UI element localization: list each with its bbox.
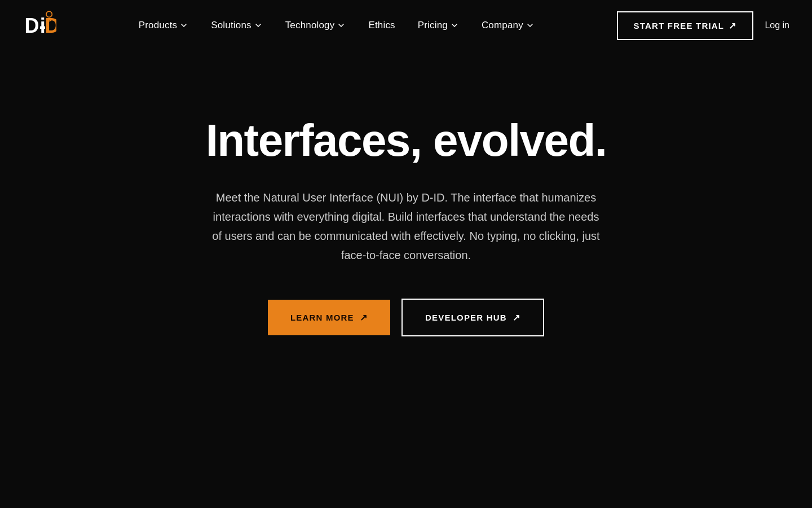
hero-title: Interfaces, evolved. [206,116,607,165]
arrow-diagonal-icon: ↗ [360,312,368,323]
chevron-down-icon [337,21,346,30]
nav-links: Products Solutions Technology Ethics Pri… [56,15,617,36]
nav-item-company[interactable]: Company [473,15,544,36]
nav-item-technology[interactable]: Technology [276,15,355,36]
nav-item-pricing[interactable]: Pricing [409,15,468,36]
svg-text:D: D [45,14,56,37]
logo[interactable]: D- i D [23,8,56,42]
nav-item-solutions[interactable]: Solutions [202,15,271,36]
chevron-down-icon [179,21,188,30]
learn-more-button[interactable]: LEARN MORE ↗ [268,300,390,335]
login-button[interactable]: Log in [765,20,789,30]
chevron-down-icon [254,21,263,30]
hero-buttons: LEARN MORE ↗ DEVELOPER HUB ↗ [268,299,544,336]
arrow-icon: ↗ [729,20,736,31]
nav-actions: START FREE TRIAL ↗ Log in [617,11,789,40]
nav-item-ethics[interactable]: Ethics [359,15,404,36]
chevron-down-icon [526,21,535,30]
navbar: D- i D Products Solutions Technology [0,0,812,51]
developer-hub-button[interactable]: DEVELOPER HUB ↗ [401,299,544,336]
chevron-down-icon [450,21,459,30]
nav-item-products[interactable]: Products [130,15,197,36]
start-free-trial-button[interactable]: START FREE TRIAL ↗ [617,11,754,40]
arrow-diagonal-icon: ↗ [513,312,520,323]
hero-subtitle: Meet the Natural User Interface (NUI) by… [209,188,603,265]
hero-section: Interfaces, evolved. Meet the Natural Us… [0,51,812,389]
